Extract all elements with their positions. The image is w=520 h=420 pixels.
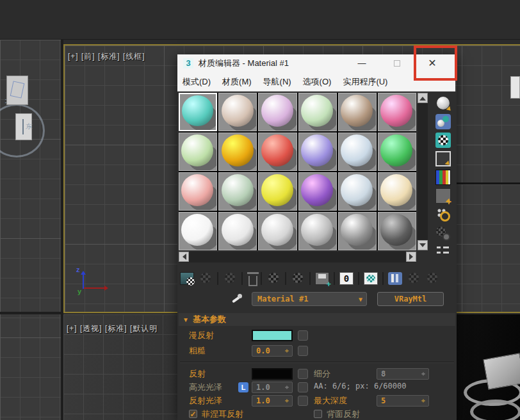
backside-checkbox[interactable] — [314, 410, 322, 418]
minimize-button[interactable]: — — [347, 54, 377, 72]
menu-options[interactable]: 选项(O) — [303, 76, 332, 88]
sample-slot-14[interactable] — [218, 172, 257, 211]
show-in-viewport-icon[interactable] — [364, 272, 378, 285]
menu-mode[interactable]: 模式(D) — [183, 76, 211, 88]
rollout-title: 基本参数 — [193, 314, 226, 324]
material-name-dropdown[interactable]: Material #1 ▼ — [252, 292, 367, 306]
make-preview-icon[interactable] — [435, 188, 451, 204]
subdivs-value: 8 — [381, 369, 386, 378]
highlight-lock-button[interactable]: L — [238, 382, 248, 392]
subdivs-label: 细分 — [314, 368, 330, 380]
material-sphere — [261, 95, 293, 127]
menu-navigation[interactable]: 导航(N) — [263, 76, 291, 88]
put-to-library-icon[interactable] — [315, 272, 329, 285]
sample-slot-22[interactable] — [298, 212, 337, 250]
sample-slot-7[interactable] — [179, 133, 217, 171]
toolbar-separator — [334, 272, 335, 285]
reflect-gloss-map-button[interactable] — [298, 396, 308, 406]
viewport-front-label[interactable]: [+] [前] [标准] [线框] — [68, 51, 145, 62]
rollout-basic-parameters[interactable]: ▼基本参数 — [179, 313, 455, 326]
roughness-value: 0.0 — [256, 346, 270, 355]
reflect-map-button[interactable] — [298, 369, 308, 379]
sample-slot-11[interactable] — [338, 133, 377, 171]
roughness-map-button[interactable] — [298, 346, 308, 356]
sample-type-sphere-icon[interactable] — [435, 95, 451, 111]
material-type-button[interactable]: VRayMtl — [377, 292, 444, 306]
make-copy-icon[interactable] — [266, 272, 280, 285]
pick-material-eyedropper-icon[interactable] — [230, 293, 243, 305]
scroll-right-button[interactable] — [406, 252, 416, 262]
desktop: 北 东 [+] [前] [标准] [线框] z y [+] [透视] [标准] … — [0, 0, 520, 420]
sample-slot-2[interactable] — [218, 93, 257, 131]
material-map-navigator-icon[interactable] — [435, 244, 451, 259]
sample-slot-13[interactable] — [179, 172, 217, 211]
assign-to-selection-icon[interactable] — [223, 272, 237, 285]
sample-slot-17[interactable] — [338, 172, 377, 211]
reflect-color-swatch[interactable] — [252, 368, 293, 380]
material-sphere — [301, 214, 333, 246]
subdivs-spinner[interactable]: 8 — [377, 368, 429, 380]
diffuse-color-swatch[interactable] — [252, 330, 293, 341]
viewport-left[interactable]: 北 东 — [0, 40, 61, 420]
axis-y-label: y — [77, 287, 81, 295]
diffuse-map-button[interactable] — [298, 330, 308, 341]
material-sphere — [301, 174, 333, 206]
make-unique-icon[interactable] — [291, 272, 305, 285]
scroll-up-button[interactable] — [418, 93, 428, 103]
highlight-gloss-map-button[interactable] — [298, 382, 308, 392]
scroll-down-button[interactable] — [418, 240, 428, 250]
sample-slot-5[interactable] — [338, 93, 377, 131]
show-end-result-icon[interactable] — [388, 272, 402, 285]
viewport-splitter-horizontal[interactable] — [0, 312, 63, 314]
background-icon[interactable] — [435, 133, 451, 148]
material-id-icon[interactable]: 0 — [339, 272, 353, 285]
options-icon[interactable] — [435, 207, 451, 222]
sample-slot-19[interactable] — [179, 212, 217, 250]
sample-slot-23[interactable] — [338, 212, 377, 250]
sample-slot-20[interactable] — [218, 212, 257, 250]
menu-material[interactable]: 材质(M) — [222, 76, 252, 88]
sample-slot-4[interactable] — [298, 93, 337, 131]
sample-slot-18[interactable] — [378, 172, 416, 211]
backside-label: 背面反射 — [327, 408, 360, 420]
video-color-check-icon[interactable] — [435, 170, 451, 185]
sample-slot-15[interactable] — [258, 172, 297, 211]
reflect-gloss-spinner[interactable]: 1.0 — [252, 395, 293, 407]
viewport-persp-label[interactable]: [+] [透视] [标准] [默认明 — [67, 323, 158, 334]
fresnel-checkbox[interactable]: ✓ — [189, 410, 197, 418]
toolbar-separator — [285, 272, 286, 285]
backlight-icon[interactable] — [435, 114, 451, 129]
toolbar-separator — [358, 272, 359, 285]
put-to-scene-icon[interactable] — [199, 272, 213, 285]
slots-vscroll-track[interactable] — [418, 93, 428, 250]
sample-slot-9[interactable] — [258, 133, 297, 171]
go-forward-sibling-icon[interactable] — [425, 272, 439, 285]
diffuse-label: 漫反射 — [189, 330, 214, 341]
slots-hscroll-track[interactable] — [179, 252, 416, 262]
sample-slot-16[interactable] — [298, 172, 337, 211]
sample-slot-24[interactable] — [378, 212, 416, 250]
reset-material-icon[interactable] — [248, 276, 257, 286]
maximize-button[interactable] — [382, 54, 412, 72]
scroll-left-button[interactable] — [179, 252, 189, 262]
sample-slot-21[interactable] — [258, 212, 297, 250]
reflect-gloss-row: 反射光泽 1.0 最大深度 5 — [177, 395, 457, 408]
rollout-collapse-icon: ▼ — [183, 314, 189, 327]
sample-slot-12[interactable] — [378, 133, 416, 171]
roughness-spinner[interactable]: 0.0 — [252, 345, 293, 357]
menu-utilities[interactable]: 实用程序(U) — [343, 76, 387, 88]
sample-slot-8[interactable] — [218, 133, 257, 171]
max-depth-spinner[interactable]: 5 — [377, 395, 429, 407]
select-by-material-icon[interactable] — [435, 225, 451, 241]
sample-slot-3[interactable] — [258, 93, 297, 131]
get-material-icon[interactable] — [180, 272, 194, 285]
highlight-gloss-spinner[interactable]: 1.0 — [252, 382, 293, 393]
sample-uv-tiling-icon[interactable] — [435, 151, 451, 166]
material-name-row: Material #1 ▼ VRayMtl — [177, 291, 457, 307]
sample-slot-6[interactable] — [378, 93, 416, 131]
sample-slot-10[interactable] — [298, 133, 337, 171]
go-to-parent-icon[interactable] — [407, 272, 421, 285]
toolbar-separator — [382, 272, 384, 285]
axis-x-arrow — [84, 287, 107, 289]
sample-slot-1[interactable] — [179, 93, 217, 131]
